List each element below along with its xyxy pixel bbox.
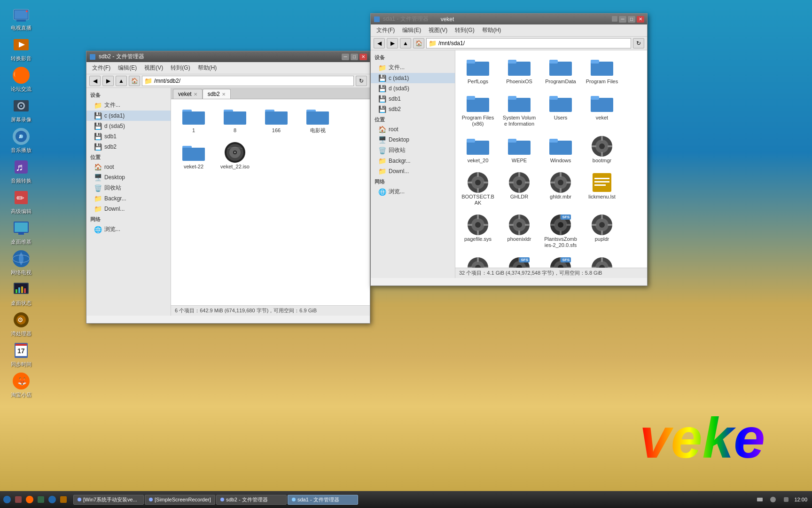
file-item-8[interactable]: 8	[216, 103, 254, 135]
file-item-plants[interactable]: SFS PlantsvsZombies-2_20.0.sfs	[542, 212, 579, 250]
tab-veket-close[interactable]: ✕	[194, 92, 197, 97]
tab-veket-sdb2[interactable]: veket ✕	[173, 89, 203, 99]
taskbar-icon-1[interactable]	[2, 494, 12, 505]
taskbar-item-sdb2[interactable]: sdb2 - 文件管理器	[216, 495, 287, 505]
refresh-btn-sda1[interactable]: ↻	[633, 38, 644, 48]
desktop-icon-sync-time[interactable]: 17 同步时间	[5, 341, 38, 368]
sidebar-trash-sda1[interactable]: 🗑️ 回收站	[371, 145, 455, 156]
menu-help-sda1[interactable]: 帮助(H)	[478, 25, 505, 35]
file-item-ghldr[interactable]: GHLDR	[500, 169, 538, 208]
file-item-perflogs[interactable]: PerfLogs	[459, 54, 497, 87]
menu-edit-sda1[interactable]: 编辑(E)	[398, 25, 425, 35]
back-btn-sdb2[interactable]: ◀	[89, 76, 101, 86]
taskbar-item-recorder[interactable]: [SimpleScreenRecorder]	[145, 495, 215, 505]
sidebar-sdb2-sda1[interactable]: 💾 sdb2	[371, 104, 455, 114]
file-item-veket22[interactable]: veket-22	[175, 139, 212, 172]
back-btn-sda1[interactable]: ◀	[374, 38, 385, 48]
sys-tray-icon-1[interactable]	[755, 494, 765, 505]
menu-goto-sdb2[interactable]: 转到(G)	[167, 63, 194, 73]
sidebar-browse-sdb2[interactable]: 🌐 浏览...	[86, 224, 171, 235]
menu-edit-sdb2[interactable]: 编辑(E)	[114, 63, 141, 73]
file-item-iso[interactable]: veket_22.iso	[216, 139, 254, 172]
sidebar-root-sdb2[interactable]: 🏠 root	[86, 162, 171, 172]
file-item-phoenixldr[interactable]: phoenixldr	[500, 212, 538, 250]
sidebar-d-sda1[interactable]: 💾 d (sda5)	[371, 83, 455, 94]
sidebar-sda5-sdb2[interactable]: 💾 d (sda5)	[86, 121, 171, 131]
taskbar-icon-5[interactable]	[47, 494, 57, 505]
sys-tray-icon-3[interactable]	[781, 494, 791, 505]
address-bar-sdb2[interactable]: 📁 /mnt/sdb2/	[142, 76, 354, 86]
sidebar-sdb1-sda1[interactable]: 💾 sdb1	[371, 94, 455, 104]
home-btn-sda1[interactable]: 🏠	[413, 38, 424, 48]
sidebar-background-sdb2[interactable]: 📁 Backgr...	[86, 193, 171, 204]
file-item-movie[interactable]: 电影视	[299, 103, 336, 135]
sidebar-desktop-sdb2[interactable]: 🖥️ Desktop	[86, 172, 171, 183]
file-item-programdata[interactable]: ProgramData	[542, 54, 579, 87]
desktop-icon-forum[interactable]: 论坛交流	[5, 66, 38, 93]
file-item-programfilesx86[interactable]: Program Files (x86)	[459, 90, 497, 129]
sidebar-files-sdb2[interactable]: 📁 文件...	[86, 100, 171, 111]
taskbar-icon-2[interactable]	[13, 494, 23, 505]
close-btn-sdb2[interactable]: ✕	[359, 54, 367, 60]
desktop-icon-convert-video[interactable]: 转换影音	[5, 35, 38, 62]
desktop-icon-desktop-maintain[interactable]: 桌面维基	[5, 219, 38, 246]
sidebar-sdb1-sdb2[interactable]: 💾 sdb1	[86, 131, 171, 142]
sidebar-browse-sda1[interactable]: 🌐 浏览...	[371, 186, 455, 197]
taskbar-icon-6[interactable]	[58, 494, 69, 505]
desktop-icon-music[interactable]: ♪ 音乐播放	[5, 127, 38, 154]
desktop-icon-screenshot[interactable]: 屏幕录像	[5, 96, 38, 123]
sidebar-desktop-sda1[interactable]: 🖥️ Desktop	[371, 135, 455, 145]
sidebar-background-sda1[interactable]: 📁 Backgr...	[371, 156, 455, 166]
menu-view-sdb2[interactable]: 视图(V)	[141, 63, 167, 73]
file-item-bootsect[interactable]: BOOTSECT.BAK	[459, 169, 497, 208]
desktop-icon-taobao[interactable]: 🦊 淘宝小店	[5, 372, 38, 398]
file-item-ghldrmfbr[interactable]: ghldr.mbr	[542, 169, 579, 208]
desktop-icon-advanced-edit[interactable]: ✏ 高级编辑	[5, 188, 38, 215]
file-item-phoenixos[interactable]: PhoenixOS	[500, 54, 538, 87]
address-bar-sda1[interactable]: 📁 /mnt/sda1/	[426, 38, 631, 48]
taskbar-item-win7[interactable]: [Win7系统手动安装ve...	[73, 495, 144, 505]
file-item-wine[interactable]: SFS wine-4.13_20.0.sfs	[500, 254, 538, 268]
taskbar-item-sda1[interactable]: sda1 - 文件管理器	[288, 495, 358, 505]
menu-file-sdb2[interactable]: 文件(F)	[88, 63, 114, 73]
desktop-icon-processor[interactable]: ⚙ 湾处理器	[5, 310, 38, 337]
menu-help-sdb2[interactable]: 帮助(H)	[194, 63, 221, 73]
desktop-icon-desktop-state[interactable]: 桌面状态	[5, 280, 38, 307]
file-item-programfiles[interactable]: Program Files	[583, 54, 621, 87]
sidebar-root-sda1[interactable]: 🏠 root	[371, 124, 455, 135]
sidebar-downloads-sdb2[interactable]: 📁 Downl...	[86, 204, 171, 214]
file-item-users[interactable]: Users	[542, 90, 579, 129]
desktop-icon-audio-convert[interactable]: ♬ 音频转换	[5, 158, 38, 184]
forward-btn-sda1[interactable]: ▶	[387, 38, 398, 48]
tab-sdb2-close[interactable]: ✕	[222, 92, 226, 97]
minimize-btn-sdb2[interactable]: ─	[342, 54, 349, 60]
tab-sdb2-active[interactable]: sdb2 ✕	[203, 89, 231, 99]
menu-file-sda1[interactable]: 文件(F)	[373, 25, 398, 35]
sidebar-sda1-sdb2[interactable]: 💾 c (sda1)	[86, 111, 171, 121]
desktop-icon-network-tv[interactable]: 网络电视	[5, 249, 38, 276]
file-item-bootmgr[interactable]: bootmgr	[583, 133, 621, 166]
menu-goto-sda1[interactable]: 转到(G)	[451, 25, 478, 35]
maximize-btn-sda1[interactable]: □	[628, 16, 635, 23]
file-item-pupldr[interactable]: pupldr	[583, 212, 621, 250]
sidebar-c-sda1[interactable]: 💾 c (sda1)	[371, 73, 455, 83]
file-item-166[interactable]: 166	[258, 103, 295, 135]
sys-tray-icon-2[interactable]	[768, 494, 778, 505]
file-item-lickmenu[interactable]: lickmenu.lst	[583, 169, 621, 208]
minimize-btn-sda1[interactable]: ─	[619, 16, 626, 23]
file-item-windows[interactable]: Windows	[542, 133, 579, 166]
sidebar-sdb2-sdb2[interactable]: 💾 sdb2	[86, 142, 171, 152]
file-item-veket20[interactable]: veket_20	[459, 133, 497, 166]
home-btn-sdb2[interactable]: 🏠	[129, 76, 140, 86]
menu-view-sda1[interactable]: 视图(V)	[425, 25, 451, 35]
desktop-icon-tv-live[interactable]: 电视直播	[5, 5, 38, 32]
close-btn-sda1[interactable]: ✕	[637, 16, 644, 23]
file-item-pagefile[interactable]: pagefile.sys	[459, 212, 497, 250]
file-item-sysvolinfo[interactable]: System Volume Information	[500, 90, 538, 129]
forward-btn-sdb2[interactable]: ▶	[102, 76, 114, 86]
file-item-pupldrmbr[interactable]: pupldr.mbr	[459, 254, 497, 268]
taskbar-icon-3[interactable]	[24, 494, 35, 505]
up-btn-sda1[interactable]: ▲	[400, 38, 411, 48]
file-item-veket[interactable]: veket	[583, 90, 621, 129]
file-item-wqhcn[interactable]: WQHCN	[583, 254, 621, 268]
